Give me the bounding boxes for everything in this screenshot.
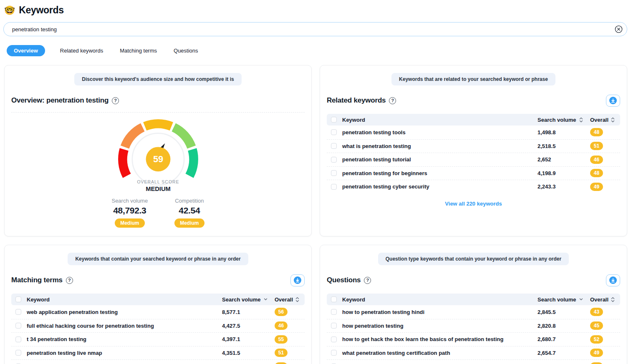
row-checkbox[interactable] bbox=[331, 170, 337, 176]
row-checkbox[interactable] bbox=[331, 143, 337, 149]
table-row[interactable]: web application penetration testing 8,57… bbox=[11, 305, 305, 319]
row-checkbox[interactable] bbox=[15, 323, 21, 329]
table-row[interactable]: full ethical hacking course for penetrat… bbox=[11, 319, 305, 333]
search-volume-badge: Medium bbox=[115, 218, 144, 228]
questions-download-button[interactable] bbox=[606, 274, 620, 286]
select-all-checkbox[interactable] bbox=[331, 117, 337, 123]
row-overall-badge: 43 bbox=[590, 308, 603, 316]
row-keyword: penetration testing cyber security bbox=[342, 183, 538, 190]
table-row[interactable]: how to penetration testing hindi 2,845.5… bbox=[327, 305, 620, 319]
keyword-column-header[interactable]: Keyword bbox=[342, 296, 538, 303]
search-volume-column-label: Search volume bbox=[222, 296, 261, 303]
row-checkbox[interactable] bbox=[331, 309, 337, 315]
matching-terms-help-icon[interactable]: ? bbox=[66, 277, 73, 284]
row-checkbox[interactable] bbox=[331, 184, 337, 190]
row-search-volume: 8,577.1 bbox=[222, 309, 270, 315]
search-volume-column-header[interactable]: Search volume bbox=[538, 296, 586, 303]
gauge-segment-lightgreen bbox=[174, 127, 192, 147]
table-row[interactable]: how to get hack the box learn the basics… bbox=[327, 332, 620, 346]
overall-score-caption: OVERALL SCORE bbox=[137, 180, 179, 184]
row-checkbox[interactable] bbox=[15, 309, 21, 315]
competition-value: 42.54 bbox=[174, 206, 204, 216]
row-search-volume: 2,680.7 bbox=[538, 336, 586, 342]
table-row[interactable]: penetration testing cyber security 2,243… bbox=[327, 180, 620, 193]
competition-badge: Medium bbox=[174, 218, 204, 228]
questions-table-header: Keyword Search volume Overall bbox=[327, 294, 620, 305]
row-checkbox[interactable] bbox=[331, 350, 337, 356]
tab-overview[interactable]: Overview bbox=[7, 45, 45, 56]
row-checkbox[interactable] bbox=[15, 350, 21, 356]
select-all-checkbox[interactable] bbox=[15, 296, 21, 302]
row-keyword: penetration testing tutorial bbox=[342, 156, 538, 163]
tab-questions[interactable]: Questions bbox=[172, 45, 200, 56]
download-icon bbox=[609, 97, 617, 104]
search-volume-column-header[interactable]: Search volume bbox=[222, 296, 270, 303]
row-search-volume: 2,518.5 bbox=[538, 143, 586, 149]
table-row[interactable]: t 34 penetration testing 4,397.1 55 bbox=[11, 332, 305, 346]
row-checkbox[interactable] bbox=[331, 323, 337, 329]
row-overall-badge: 46 bbox=[590, 156, 603, 164]
matching-terms-card: Keywords that contain your searched keyw… bbox=[4, 245, 312, 364]
gauge-segment-orange bbox=[125, 127, 143, 147]
table-row[interactable]: penetration testing for beginners 4,198.… bbox=[327, 166, 620, 180]
overview-card: Discover this keyword's audience size an… bbox=[4, 65, 312, 236]
table-row[interactable]: penetration testing tutorial 2,652 46 bbox=[327, 153, 620, 166]
divider bbox=[11, 112, 305, 113]
overall-column-header[interactable]: Overall bbox=[275, 296, 300, 303]
competition-label: Competition bbox=[174, 198, 204, 204]
row-overall-badge: 56 bbox=[275, 308, 288, 316]
row-keyword: penetration testing for beginners bbox=[342, 170, 538, 176]
clear-search-button[interactable] bbox=[615, 25, 623, 33]
download-icon bbox=[609, 276, 617, 284]
row-search-volume: 4,351.5 bbox=[222, 350, 270, 356]
row-checkbox[interactable] bbox=[15, 336, 21, 342]
related-keywords-download-button[interactable] bbox=[606, 95, 620, 107]
row-overall-badge: 46 bbox=[275, 321, 288, 330]
row-checkbox[interactable] bbox=[331, 157, 337, 163]
search-volume-column-header[interactable]: Search volume bbox=[538, 117, 586, 123]
row-search-volume: 2,845.5 bbox=[538, 309, 586, 315]
search-input[interactable] bbox=[3, 22, 627, 36]
questions-help-icon[interactable]: ? bbox=[364, 277, 371, 284]
row-checkbox[interactable] bbox=[331, 336, 337, 342]
sort-both-icon bbox=[611, 297, 615, 302]
gauge-segment-amber bbox=[145, 124, 172, 126]
row-overall-badge: 49 bbox=[590, 349, 603, 357]
table-row[interactable]: penetration testing for beginners 4,198.… bbox=[11, 359, 305, 364]
overview-banner: Discover this keyword's audience size an… bbox=[74, 73, 241, 85]
table-row[interactable]: how penetration testing 2,820.8 45 bbox=[327, 319, 620, 333]
view-all-related-keywords-link[interactable]: View all 220 keywords bbox=[445, 201, 502, 207]
overall-score-gauge: 59 OVERALL SCORE MEDIUM Search volume 48… bbox=[11, 116, 305, 228]
related-keywords-title: Related keywords bbox=[327, 96, 386, 105]
search-volume-stat: Search volume 48,792.3 Medium bbox=[111, 198, 148, 228]
matching-terms-title: Matching terms bbox=[11, 276, 63, 284]
row-search-volume: 2,820.8 bbox=[538, 323, 586, 329]
row-search-volume: 4,198.9 bbox=[538, 170, 586, 176]
row-checkbox[interactable] bbox=[331, 129, 337, 135]
row-overall-badge: 48 bbox=[275, 362, 288, 364]
table-row[interactable]: what is penetration testing 2,518.5 51 bbox=[327, 139, 620, 153]
overall-score-value: 59 bbox=[153, 154, 163, 164]
tab-related-keywords[interactable]: Related keywords bbox=[58, 45, 105, 56]
overview-help-icon[interactable]: ? bbox=[112, 97, 119, 104]
tab-matching-terms[interactable]: Matching terms bbox=[118, 45, 159, 56]
page-header: 🤓 Keywords bbox=[0, 0, 641, 17]
select-all-checkbox[interactable] bbox=[331, 296, 337, 302]
overall-column-header[interactable]: Overall bbox=[590, 117, 616, 123]
table-row[interactable]: penetration testing tools 1,498.8 48 bbox=[327, 126, 620, 139]
table-row[interactable]: what is penetration testing and how it w… bbox=[327, 359, 620, 364]
keyword-column-header[interactable]: Keyword bbox=[27, 296, 222, 303]
matching-terms-download-button[interactable] bbox=[290, 274, 305, 286]
row-keyword: penetration testing tools bbox=[342, 129, 538, 136]
table-row[interactable]: penetration testing live nmap 4,351.5 51 bbox=[11, 346, 305, 360]
row-overall-badge: 51 bbox=[590, 142, 603, 150]
overall-column-label: Overall bbox=[590, 296, 608, 303]
row-keyword: full ethical hacking course for penetrat… bbox=[27, 323, 222, 329]
table-row[interactable]: what penetration testing certification p… bbox=[327, 346, 620, 360]
keyword-column-header[interactable]: Keyword bbox=[342, 117, 538, 123]
related-keywords-help-icon[interactable]: ? bbox=[389, 97, 396, 104]
download-icon bbox=[294, 276, 301, 284]
sort-desc-icon bbox=[579, 298, 583, 301]
related-keywords-table-body: penetration testing tools 1,498.8 48 wha… bbox=[327, 126, 620, 193]
overall-column-header[interactable]: Overall bbox=[590, 296, 616, 303]
